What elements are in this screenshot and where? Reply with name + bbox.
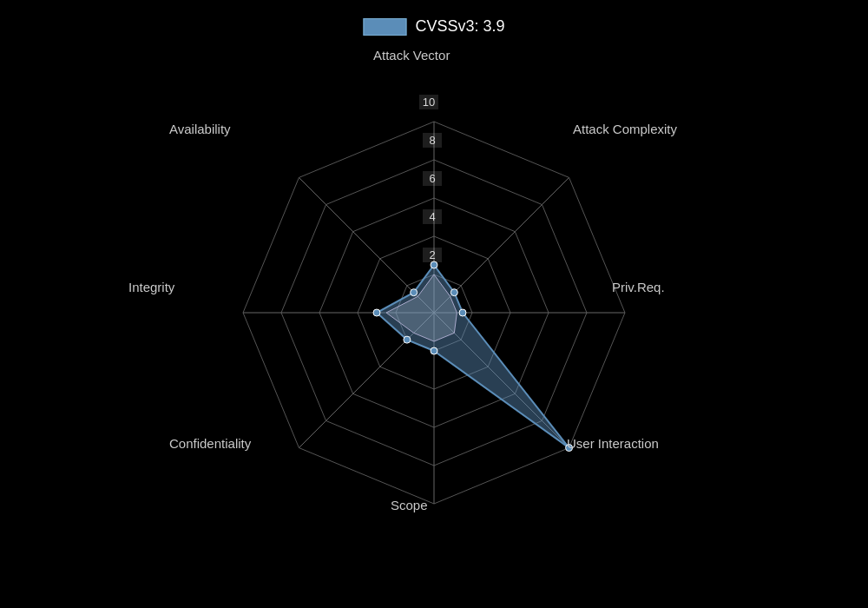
axis-label-priv-req: Priv.Req.: [612, 280, 665, 294]
scale-10: 10: [419, 95, 438, 109]
svg-point-21: [373, 309, 380, 316]
axis-label-attack-complexity: Attack Complexity: [573, 122, 677, 136]
axis-label-user-interaction: User Interaction: [567, 436, 659, 451]
radar-chart: .grid-line { fill: none; stroke: #555; s…: [0, 0, 868, 608]
axis-label-integrity: Integrity: [128, 280, 174, 294]
scale-4: 4: [423, 209, 442, 224]
axis-label-attack-vector: Attack Vector: [373, 48, 450, 63]
scale-2: 2: [423, 248, 442, 262]
scale-8: 8: [423, 133, 442, 148]
svg-point-17: [459, 309, 466, 316]
svg-point-15: [431, 261, 437, 268]
svg-point-19: [431, 347, 437, 354]
axis-label-confidentiality: Confidentiality: [169, 436, 251, 451]
scale-6: 6: [423, 171, 442, 186]
axis-label-scope: Scope: [391, 498, 428, 512]
axis-label-availability: Availability: [169, 122, 231, 136]
svg-point-16: [450, 289, 457, 296]
chart-container: CVSSv3: 3.9 .grid-line { fill: none; str…: [0, 0, 868, 608]
svg-point-20: [404, 336, 411, 343]
svg-point-22: [411, 289, 418, 296]
